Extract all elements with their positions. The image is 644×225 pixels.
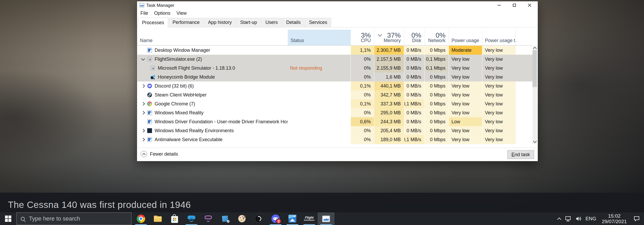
end-task-button[interactable]: End task — [507, 150, 534, 159]
column-header-spacer — [516, 30, 533, 45]
row-filler — [516, 81, 533, 90]
flight-sim-loading-band: The Cessna 140 was first produced in 194… — [0, 193, 644, 212]
process-row[interactable]: Desktop Window Manager1,1%2.300,7 MB0 MB… — [137, 46, 533, 55]
column-header-network[interactable]: 0% Network — [424, 30, 449, 45]
menu-options[interactable]: Options — [154, 11, 170, 16]
network-cell: 0,1 Mbps — [424, 55, 449, 64]
photos-icon — [288, 215, 296, 223]
network-cell: 0 Mbps — [424, 126, 449, 135]
column-header-cpu[interactable]: 3% CPU — [351, 30, 374, 45]
chevron-up-icon — [557, 217, 561, 222]
status-cell — [288, 81, 351, 90]
power-cell: Very low — [449, 64, 482, 73]
clock[interactable]: 15:02 29/07/2021 — [598, 212, 631, 225]
column-header-power-usage[interactable]: Power usage — [449, 30, 482, 45]
taskbar-store-button[interactable] — [166, 212, 183, 225]
column-header-power-usage-trend[interactable]: Power usage t... — [482, 30, 516, 45]
show-hidden-icons-button[interactable] — [555, 212, 563, 225]
honeycomb-process-icon — [150, 75, 155, 79]
network-cell: 0 Mbps — [424, 117, 449, 126]
sort-descending-icon — [378, 33, 382, 37]
column-header-status[interactable]: Status — [288, 30, 351, 45]
scroll-up-icon[interactable] — [533, 47, 537, 50]
process-name-cell: Antimalware Service Executable — [137, 135, 288, 144]
title-bar[interactable]: Task Manager — [137, 1, 538, 9]
taskbar-search-box[interactable]: Type here to search — [16, 212, 131, 225]
memory-cell: 189,0 MB — [374, 135, 404, 144]
tab-app-history[interactable]: App history — [204, 18, 236, 27]
taskbar-mr-portal-button[interactable] — [200, 212, 217, 225]
taskbar-snip-button[interactable] — [217, 212, 234, 225]
process-row[interactable]: Windows Driver Foundation - User-mode Dr… — [137, 117, 533, 126]
tab-processes[interactable]: Processes — [138, 17, 168, 27]
taskbar-obs-button[interactable] — [250, 212, 267, 225]
vertical-scrollbar[interactable] — [533, 46, 537, 144]
taskbar-paint-button[interactable] — [234, 212, 250, 225]
start-button[interactable] — [0, 212, 16, 225]
memory-cell: 2.157,5 MB — [374, 55, 404, 64]
disk-cell: 0 MB/s — [404, 81, 424, 90]
speaker-icon — [576, 216, 582, 222]
close-button[interactable] — [522, 1, 537, 9]
process-row[interactable]: Honeycomb Bridge Module0%1,6 MB0 MB/s0 M… — [137, 73, 533, 81]
taskbar-discord-button[interactable]: 2 — [267, 212, 284, 225]
status-cell: Not responding — [288, 64, 351, 73]
trend-cell: Very low — [482, 90, 516, 99]
window-process-icon — [147, 119, 152, 124]
tab-users[interactable]: Users — [261, 18, 282, 27]
language-indicator[interactable]: ENG — [584, 212, 598, 225]
column-header-name[interactable]: Name — [137, 30, 288, 45]
maximize-icon — [513, 4, 516, 7]
menu-view[interactable]: View — [176, 11, 187, 16]
process-name: Honeycomb Bridge Module — [137, 74, 215, 80]
volume-tray-icon[interactable] — [574, 212, 584, 225]
process-row[interactable]: Discord (32 bit) (6)0,1%440,1 MB0 MB/s0 … — [137, 81, 533, 90]
row-filler — [516, 135, 533, 144]
process-row[interactable]: Steam Client WebHelper0%342,7 MB0 MB/s0 … — [137, 90, 533, 99]
tab-performance[interactable]: Performance — [169, 18, 204, 27]
minimize-icon — [498, 5, 501, 6]
taskbar-explorer-button[interactable] — [149, 212, 166, 225]
cpu-cell: 0% — [351, 64, 374, 73]
tab-details[interactable]: Details — [282, 18, 305, 27]
process-row[interactable]: Google Chrome (7)0,1%337,3 MB0,1 MB/s0 M… — [137, 99, 533, 108]
power-cell: Very low — [449, 73, 482, 81]
column-header-memory[interactable]: 37% Memory — [374, 30, 404, 45]
row-filler — [516, 108, 533, 117]
taskbar-task-manager-button[interactable] — [318, 212, 334, 225]
plane-process-icon — [147, 57, 152, 62]
row-filler — [516, 64, 533, 73]
minimize-button[interactable] — [491, 1, 507, 9]
network-cell: 0 Mbps — [424, 90, 449, 99]
cpu-cell: 0% — [351, 126, 374, 135]
scrollbar-thumb[interactable] — [533, 50, 537, 87]
process-row[interactable]: FlightSimulator.exe (2)0%2.157,5 MB0 MB/… — [137, 55, 533, 64]
taskbar-wmr-headset-button[interactable] — [183, 212, 200, 225]
maximize-button[interactable] — [507, 1, 522, 9]
menu-file[interactable]: File — [140, 11, 148, 16]
process-name-cell: Desktop Window Manager — [137, 46, 288, 55]
process-row[interactable]: Microsoft Flight Simulator - 1.18.13.0No… — [137, 64, 533, 73]
process-name: FlightSimulator.exe (2) — [137, 57, 202, 62]
action-center-button[interactable] — [631, 212, 642, 225]
process-row[interactable]: Windows Mixed Reality0%295,0 MB0 MB/s0 M… — [137, 108, 533, 117]
cpu-cell: 0% — [351, 108, 374, 117]
scroll-down-icon[interactable] — [533, 139, 537, 143]
fewer-details-label: Fewer details — [150, 151, 178, 157]
column-header-disk[interactable]: 0% Disk — [404, 30, 424, 45]
fewer-details-button[interactable]: Fewer details — [141, 151, 178, 157]
tab-services[interactable]: Services — [305, 18, 331, 27]
cpu-cell: 0,1% — [351, 81, 374, 90]
menu-bar: File Options View — [137, 9, 538, 17]
taskbar-photos-button[interactable] — [284, 212, 301, 225]
network-tray-icon[interactable] — [563, 212, 574, 225]
process-row[interactable]: Windows Mixed Reality Environments0%205,… — [137, 126, 533, 135]
search-icon — [21, 217, 25, 221]
process-row[interactable]: Antimalware Service Executable0%189,0 MB… — [137, 135, 533, 144]
taskbar-flight-simulator-button[interactable]: FlightSimulator — [301, 212, 318, 225]
mr-portal-icon — [205, 216, 212, 219]
network-cell: 0 Mbps — [424, 99, 449, 108]
taskbar-chrome-button[interactable] — [133, 212, 149, 225]
tab-startup[interactable]: Start-up — [236, 18, 261, 27]
network-cell: 0 Mbps — [424, 46, 449, 55]
